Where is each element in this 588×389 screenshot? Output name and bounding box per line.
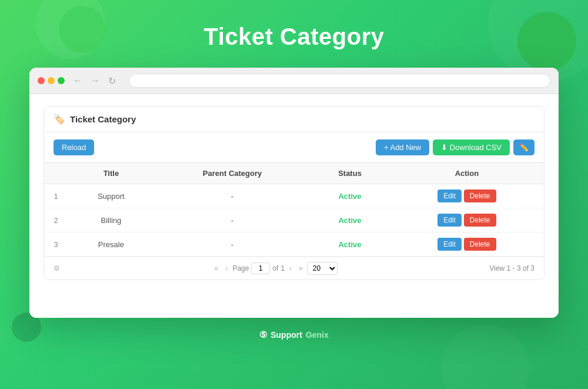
edit-button[interactable]: Edit — [437, 238, 462, 251]
table-header-row: Title Parent Category Status Action — [44, 163, 544, 184]
pagination-controls: « ‹ Page of 1 › » 10 20 50 100 — [212, 262, 338, 275]
delete-button[interactable]: Delete — [464, 189, 496, 202]
reload-button[interactable]: ↻ — [106, 74, 118, 88]
brand-logo: ⑤ Support Genix — [259, 330, 329, 340]
next-page-button[interactable]: › — [287, 263, 294, 274]
page-size-select[interactable]: 10 20 50 100 — [308, 262, 338, 275]
row-id: 1 — [44, 184, 68, 208]
browser-content: 🏷️ Ticket Category Reload + Add New ⬇ Do… — [29, 94, 559, 318]
col-parent: Parent Category — [155, 163, 310, 184]
row-title: Billing — [68, 208, 155, 232]
of-label: of — [272, 264, 278, 272]
row-status: Active — [310, 208, 389, 232]
add-new-button[interactable]: + Add New — [376, 139, 429, 155]
dot-maximize[interactable] — [58, 77, 65, 84]
tag-icon: 🏷️ — [54, 114, 65, 125]
row-parent: - — [155, 184, 310, 208]
row-action: Edit Delete — [390, 232, 544, 257]
panel-header: 🏷️ Ticket Category — [44, 107, 544, 132]
browser-navigation: ← → ↻ — [71, 74, 118, 88]
footer: ⑤ Support Genix — [0, 318, 588, 350]
row-parent: - — [155, 208, 310, 232]
page-number-input[interactable] — [251, 262, 270, 274]
download-csv-button[interactable]: ⬇ Download CSV — [433, 139, 510, 155]
brand-icon: ⑤ — [259, 330, 267, 340]
browser-window: ← → ↻ 🏷️ Ticket Category Reload + Add Ne… — [29, 68, 559, 318]
row-parent: - — [155, 232, 310, 257]
back-button[interactable]: ← — [71, 74, 85, 87]
browser-chrome: ← → ↻ — [29, 68, 559, 94]
row-action: Edit Delete — [390, 184, 544, 208]
col-title: Title — [68, 163, 155, 184]
page-header: Ticket Category — [0, 0, 588, 68]
page-label: Page — [232, 264, 249, 272]
table-settings-icon[interactable]: ⚙ — [54, 264, 60, 272]
forward-button[interactable]: → — [88, 74, 102, 87]
add-icon: + Add New — [384, 143, 421, 152]
total-pages: 1 — [280, 264, 285, 272]
col-num — [44, 163, 68, 184]
settings-button[interactable]: ✏️ — [513, 139, 534, 155]
table-row: 3 Presale - Active Edit Delete — [44, 232, 544, 257]
brand-support: Support — [270, 330, 302, 340]
download-icon: ⬇ Download CSV — [441, 143, 502, 152]
table-row: 2 Billing - Active Edit Delete — [44, 208, 544, 232]
table-row: 1 Support - Active Edit Delete — [44, 184, 544, 208]
delete-button[interactable]: Delete — [464, 238, 496, 251]
row-action: Edit Delete — [390, 208, 544, 232]
view-info: View 1 - 3 of 3 — [489, 264, 534, 272]
prev-page-button[interactable]: ‹ — [223, 263, 230, 274]
last-page-button[interactable]: » — [296, 263, 305, 274]
toolbar-right: + Add New ⬇ Download CSV ✏️ — [376, 139, 534, 155]
row-status: Active — [310, 184, 389, 208]
ticket-category-panel: 🏷️ Ticket Category Reload + Add New ⬇ Do… — [44, 106, 544, 280]
panel-title: Ticket Category — [70, 114, 136, 124]
pagination-bar: ⚙ « ‹ Page of 1 › » 10 20 50 100 — [44, 257, 544, 280]
edit-button[interactable]: Edit — [437, 214, 462, 227]
reload-button[interactable]: Reload — [54, 139, 94, 155]
page-title: Ticket Category — [0, 24, 588, 50]
address-bar[interactable] — [129, 74, 550, 88]
toolbar-left: Reload — [54, 139, 94, 155]
col-action: Action — [390, 163, 544, 184]
dot-close[interactable] — [38, 77, 45, 84]
row-id: 2 — [44, 208, 68, 232]
dot-minimize[interactable] — [48, 77, 55, 84]
browser-dots — [38, 77, 65, 84]
row-status: Active — [310, 232, 389, 257]
row-title: Presale — [68, 232, 155, 257]
col-status: Status — [310, 163, 389, 184]
toolbar: Reload + Add New ⬇ Download CSV ✏️ — [44, 132, 544, 163]
row-id: 3 — [44, 232, 68, 257]
ticket-category-table: Title Parent Category Status Action 1 Su… — [44, 163, 544, 257]
settings-icon: ✏️ — [519, 143, 529, 152]
delete-button[interactable]: Delete — [464, 214, 496, 227]
row-title: Support — [68, 184, 155, 208]
first-page-button[interactable]: « — [212, 263, 221, 274]
edit-button[interactable]: Edit — [437, 189, 462, 202]
brand-genix: Genix — [306, 330, 329, 340]
